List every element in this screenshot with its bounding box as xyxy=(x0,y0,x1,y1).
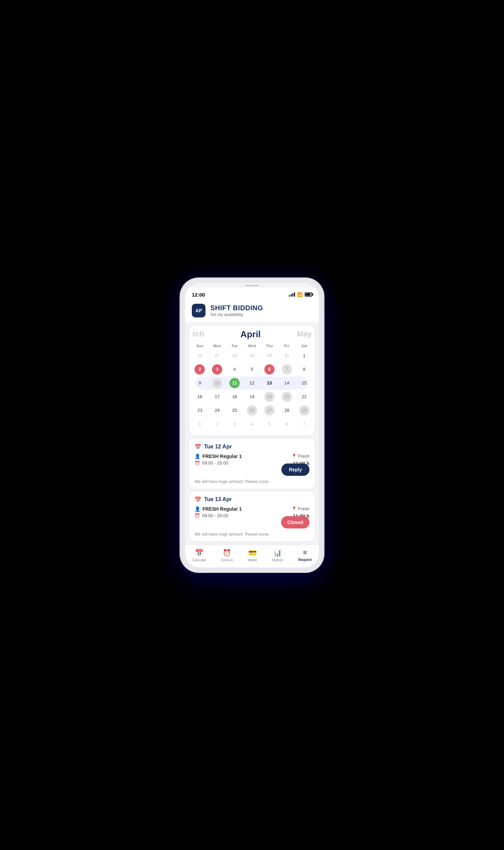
calendar-day-labels: Sun Mon Tue Wed Thu Fri Sat xyxy=(189,342,315,349)
status-bar: 12:00 📶 xyxy=(185,288,319,300)
cal-cell[interactable]: 6 xyxy=(261,363,278,376)
shift-note: We will have huge amount. Please come xyxy=(195,479,309,484)
cal-cell[interactable]: 11 xyxy=(226,377,243,390)
cal-cell[interactable]: 1 xyxy=(191,418,209,431)
cal-cell[interactable]: 4 xyxy=(243,418,261,431)
nav-label-calendar: Calendar xyxy=(192,558,206,562)
cal-cell[interactable]: 3 xyxy=(209,363,226,376)
bottom-navigation: 📅 Calendar ⏰ Clock-in 💳 Wallet 📊 Statist… xyxy=(185,545,319,567)
cal-cell[interactable]: 7 xyxy=(278,363,295,376)
shift-date-row: 📅 Tue 13 Apr xyxy=(195,496,309,503)
cal-cell[interactable]: 18 xyxy=(226,390,243,403)
shift-card-1: 📅 Tue 12 Apr 👤 FRESH Regular 1 ⏰ 09:00 -… xyxy=(189,439,315,489)
nav-item-clockin[interactable]: ⏰ Clock-in xyxy=(221,549,233,562)
closed-button[interactable]: Closed xyxy=(281,516,309,528)
cal-cell[interactable]: 2 xyxy=(191,363,209,376)
notch-indicator xyxy=(245,285,259,286)
battery-icon xyxy=(305,292,312,297)
cal-cell[interactable]: 15 xyxy=(295,377,313,390)
app-subtitle: Set my availability xyxy=(210,312,263,317)
cal-cell[interactable]: 17 xyxy=(209,390,226,403)
scroll-content[interactable]: rch April May Sun Mon Tue Wed Thu Fri Sa… xyxy=(185,322,319,545)
cal-cell[interactable]: 1 xyxy=(295,349,313,362)
shift-time: 09:00 - 20:00 xyxy=(202,460,228,466)
nav-label-request: Request xyxy=(298,558,311,562)
day-label-tue: Tue xyxy=(226,342,243,349)
nav-item-statistic[interactable]: 📊 Statistic xyxy=(271,549,283,562)
cal-cell[interactable]: 7 xyxy=(295,418,313,431)
pin-icon: 📍 xyxy=(291,506,297,511)
nav-label-wallet: Wallet xyxy=(248,558,257,562)
shift-left: 👤 FRESH Regular 1 ⏰ 09:00 - 20:00 xyxy=(195,454,242,466)
nav-label-clockin: Clock-in xyxy=(221,558,233,562)
calendar-grid: 26 27 28 29 30 31 1 2 3 4 5 6 7 8 9 xyxy=(189,349,315,431)
wifi-icon: 📶 xyxy=(297,292,303,297)
calendar-icon: 📅 xyxy=(195,444,201,450)
cal-cell[interactable]: 8 xyxy=(295,363,313,376)
signal-icon xyxy=(289,292,295,297)
cal-cell[interactable]: 10 xyxy=(209,377,226,390)
cal-cell[interactable]: 30 xyxy=(261,349,278,362)
clockin-nav-icon: ⏰ xyxy=(223,549,231,557)
cal-cell[interactable]: 3 xyxy=(226,418,243,431)
day-label-sun: Sun xyxy=(191,342,209,349)
cal-cell[interactable]: 12 xyxy=(243,377,261,390)
cal-cell[interactable]: 31 xyxy=(278,349,295,362)
reply-button[interactable]: Reply xyxy=(281,463,309,476)
cal-cell[interactable]: 23 xyxy=(191,404,209,417)
cal-cell[interactable]: 2 xyxy=(209,418,226,431)
cal-cell[interactable]: 5 xyxy=(243,363,261,376)
pin-icon: 📍 xyxy=(291,454,297,459)
shift-date: Tue 13 Apr xyxy=(204,496,232,502)
cal-cell[interactable]: 5 xyxy=(261,418,278,431)
app-header: AP SHIFT BIDDING Set my availability xyxy=(185,300,319,322)
cal-cell[interactable]: 26 xyxy=(243,404,261,417)
cal-cell[interactable]: 4 xyxy=(226,363,243,376)
cal-cell[interactable]: 16 xyxy=(191,390,209,403)
cal-cell[interactable]: 27 xyxy=(261,404,278,417)
cal-cell[interactable]: 29 xyxy=(295,404,313,417)
cal-cell[interactable]: 9 xyxy=(191,377,209,390)
shift-role-row: 👤 FRESH Regular 1 xyxy=(195,506,242,512)
shift-role: FRESH Regular 1 xyxy=(202,454,242,459)
clock-icon: ⏰ xyxy=(195,460,200,466)
shift-left: 👤 FRESH Regular 1 ⏰ 09:00 - 20:00 xyxy=(195,506,242,518)
nav-item-request[interactable]: ≡ Request xyxy=(298,549,311,562)
cal-cell[interactable]: 19 xyxy=(243,390,261,403)
prev-month: rch xyxy=(193,330,204,339)
cal-cell[interactable]: 22 xyxy=(295,390,313,403)
nav-item-wallet[interactable]: 💳 Wallet xyxy=(248,549,257,562)
phone-frame: 12:00 📶 AP SHIFT BIDDING Set my availabi… xyxy=(180,278,324,572)
cal-cell[interactable]: 28 xyxy=(226,349,243,362)
day-label-mon: Mon xyxy=(209,342,226,349)
clock-icon: ⏰ xyxy=(195,513,200,518)
shift-location: 📍 Fresh xyxy=(291,506,309,511)
nav-item-calendar[interactable]: 📅 Calendar xyxy=(192,549,206,562)
shift-date-row: 📅 Tue 12 Apr xyxy=(195,444,309,450)
cal-cell[interactable]: 26 xyxy=(191,349,209,362)
status-time: 12:00 xyxy=(192,292,205,298)
location-label: Fresh xyxy=(298,454,309,459)
calendar-nav-icon: 📅 xyxy=(195,549,203,557)
cal-cell[interactable]: 29 xyxy=(243,349,261,362)
day-label-fri: Fri xyxy=(278,342,295,349)
shift-card-2: 📅 Tue 13 Apr 👤 FRESH Regular 1 ⏰ 09:00 -… xyxy=(189,492,315,541)
cal-cell[interactable]: 28 xyxy=(278,404,295,417)
cal-cell[interactable]: 13 xyxy=(261,377,278,390)
day-label-sat: Sat xyxy=(295,342,313,349)
cal-cell[interactable]: 20 xyxy=(261,390,278,403)
next-month: May xyxy=(297,330,311,339)
status-icons: 📶 xyxy=(289,292,312,297)
cal-cell[interactable]: 24 xyxy=(209,404,226,417)
phone-screen: 12:00 📶 AP SHIFT BIDDING Set my availabi… xyxy=(185,283,319,567)
calendar-icon: 📅 xyxy=(195,496,201,503)
cal-cell[interactable]: 25 xyxy=(226,404,243,417)
month-nav: rch April May xyxy=(189,329,315,342)
avatar: AP xyxy=(192,304,205,317)
cal-cell[interactable]: 27 xyxy=(209,349,226,362)
shift-role-row: 👤 FRESH Regular 1 xyxy=(195,454,242,459)
cal-cell[interactable]: 6 xyxy=(278,418,295,431)
cal-cell[interactable]: 21 xyxy=(278,390,295,403)
cal-cell[interactable]: 14 xyxy=(278,377,295,390)
location-label: Fresh xyxy=(298,506,309,511)
